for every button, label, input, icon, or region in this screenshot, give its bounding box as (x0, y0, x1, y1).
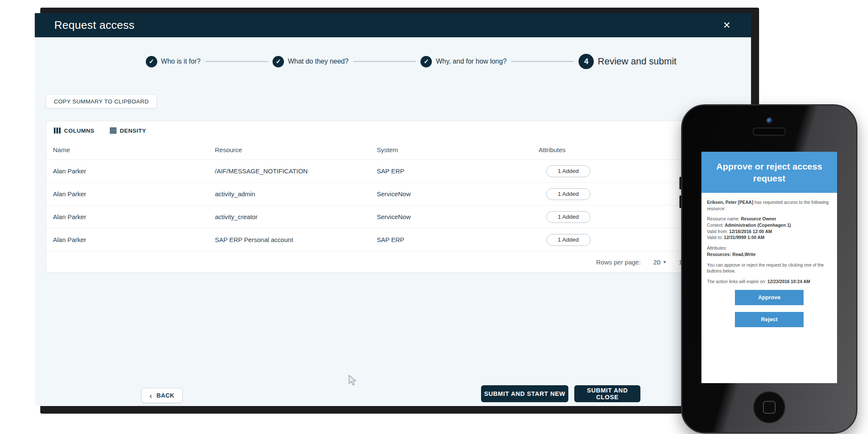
check-icon: ✓ (273, 56, 284, 67)
mouse-cursor (348, 375, 359, 388)
field-label: Resource name: (707, 216, 741, 221)
email-intro: Eriksen, Peter [PEAA] has requested acce… (707, 199, 832, 211)
step-why-and-how-long[interactable]: ✓ Why, and for how long? (420, 56, 506, 67)
step-who-is-it-for[interactable]: ✓ Who is it for? (146, 56, 200, 67)
approve-button[interactable]: Approve (735, 290, 804, 305)
field-valid-from: Valid from: 12/16/2016 12:00 AM (707, 229, 772, 234)
expiry-label: The action links will expire on: (707, 279, 767, 284)
step-label: Who is it for? (161, 58, 200, 65)
expiry-value: 12/23/2016 10:24 AM (767, 279, 810, 284)
resource-link[interactable]: activity_creator (215, 213, 258, 220)
chevron-left-icon: ‹ (150, 392, 153, 400)
columns-icon (54, 128, 61, 134)
check-icon: ✓ (146, 56, 157, 67)
caret-down-icon: ▾ (663, 259, 666, 265)
field-resource-name: Resource name: Resource Owner (707, 216, 776, 221)
requester-name: Eriksen, Peter [PEAA] (707, 200, 753, 205)
density-icon (110, 128, 117, 134)
columns-button[interactable]: COLUMNS (54, 128, 95, 134)
field-value: 12/16/2016 12:00 AM (729, 229, 772, 234)
submit-and-close-button[interactable]: SUBMIT AND CLOSE (574, 385, 640, 402)
email-body: Eriksen, Peter [PEAA] has requested acce… (701, 193, 837, 327)
name-link[interactable]: Alan Parker (53, 167, 86, 175)
attributes-value: Resources: Read,Write (707, 252, 756, 257)
page-title: Request access (54, 19, 134, 32)
back-label: BACK (156, 392, 174, 399)
field-label: Valid to: (707, 235, 724, 240)
name-link[interactable]: Alan Parker (53, 190, 86, 198)
step-review-and-submit[interactable]: 4 Review and submit (579, 54, 676, 69)
wizard-stepper: ✓ Who is it for? ✓ What do they need? ✓ … (35, 54, 751, 69)
modal-header: Request access ✕ (35, 13, 751, 37)
resource-link[interactable]: activity_admin (215, 190, 255, 198)
back-button[interactable]: ‹ BACK (141, 388, 183, 403)
column-header-name: Name (46, 146, 208, 153)
table-row: Alan Parker activity_creator ServiceNow … (46, 206, 694, 228)
phone-speaker (753, 128, 786, 136)
phone-mockup: Approve or reject access request Eriksen… (681, 104, 857, 434)
volume-up-button (679, 177, 682, 189)
table-row: Alan Parker SAP ERP Personal account SAP… (46, 228, 694, 251)
attributes-badge[interactable]: 1 Added (546, 165, 590, 177)
screenshot-stage: Request access ✕ ✓ Who is it for? ✓ What… (0, 0, 868, 434)
table-row: Alan Parker /AIF/MESSAGE_NOTIFICATION SA… (46, 160, 694, 183)
email-button-stack: Approve Reject (707, 290, 832, 327)
column-header-attributes: Attributes (532, 146, 694, 153)
system-value: ServiceNow (370, 213, 532, 220)
rows-per-page-label: Rows per page: (596, 259, 641, 266)
system-value: SAP ERP (370, 236, 532, 243)
stepper-connector (353, 61, 416, 62)
rows-per-page-select[interactable]: 20 ▾ (654, 259, 666, 266)
column-header-resource: Resource (208, 146, 370, 153)
table-header-row: Name Resource System Attributes (46, 140, 694, 160)
density-label: DENSITY (120, 128, 146, 134)
stepper-connector (511, 61, 574, 62)
step-number-badge: 4 (579, 54, 594, 69)
email-attributes: Attributes: Resources: Read,Write (707, 245, 832, 257)
home-button (753, 391, 785, 423)
columns-label: COLUMNS (64, 128, 95, 134)
attributes-label: Attributes: (707, 245, 727, 250)
table-toolbar: COLUMNS DENSITY (46, 121, 694, 140)
field-context: Context: Administration (Copenhagen 1) (707, 223, 791, 228)
email-resource-details: Resource name: Resource Owner Context: A… (707, 216, 832, 241)
name-link[interactable]: Alan Parker (53, 213, 86, 220)
phone-camera (766, 117, 773, 124)
density-button[interactable]: DENSITY (110, 128, 146, 134)
copy-summary-button[interactable]: COPY SUMMARY TO CLIPBOARD (46, 94, 157, 108)
email-title: Approve or reject access request (701, 152, 837, 193)
submit-and-start-new-button[interactable]: SUBMIT AND START NEW (481, 385, 568, 402)
field-valid-to: Valid to: 12/31/9999 1:00 AM (707, 235, 764, 240)
resource-link[interactable]: SAP ERP Personal account (215, 236, 293, 243)
field-label: Valid from: (707, 229, 729, 234)
step-label: Review and submit (598, 56, 676, 67)
column-header-system: System (370, 146, 532, 153)
step-label: Why, and for how long? (436, 58, 506, 65)
system-value: SAP ERP (370, 167, 532, 175)
email-instruction: You can approve or reject the request by… (707, 262, 832, 274)
field-value: 12/31/9999 1:00 AM (724, 235, 764, 240)
attributes-badge[interactable]: 1 Added (546, 188, 590, 200)
step-label: What do they need? (288, 58, 348, 65)
table-row: Alan Parker activity_admin ServiceNow 1 … (46, 183, 694, 206)
request-access-modal: Request access ✕ ✓ Who is it for? ✓ What… (35, 13, 751, 406)
field-value: Resource Owner (741, 216, 776, 221)
summary-table-card: COLUMNS DENSITY Name Resource System Att… (46, 121, 694, 273)
field-value: Administration (Copenhagen 1) (725, 223, 791, 228)
volume-down-button (679, 195, 682, 208)
name-link[interactable]: Alan Parker (53, 236, 86, 243)
rows-per-page-value: 20 (654, 259, 661, 266)
check-icon: ✓ (420, 56, 432, 67)
field-label: Context: (707, 223, 725, 228)
reject-button[interactable]: Reject (735, 312, 804, 327)
resource-link[interactable]: /AIF/MESSAGE_NOTIFICATION (215, 167, 308, 175)
attributes-badge[interactable]: 1 Added (546, 211, 590, 223)
table-pagination: Rows per page: 20 ▾ 1-4 (46, 251, 694, 273)
close-icon[interactable]: ✕ (721, 19, 732, 32)
email-expiry: The action links will expire on: 12/23/2… (707, 278, 832, 285)
phone-screen: Approve or reject access request Eriksen… (701, 152, 837, 383)
home-button-square-icon (763, 401, 776, 414)
step-what-do-they-need[interactable]: ✓ What do they need? (273, 56, 348, 67)
attributes-badge[interactable]: 1 Added (546, 234, 590, 246)
stepper-connector (205, 61, 268, 62)
